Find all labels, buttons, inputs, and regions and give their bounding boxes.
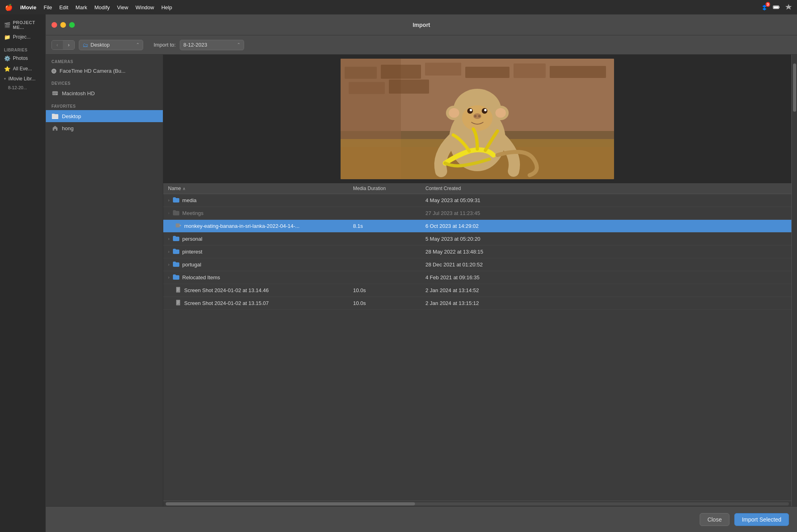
file-menu[interactable]: File bbox=[43, 4, 52, 10]
photos-label: Photos bbox=[13, 55, 28, 61]
file-duration-cell: 10.0s bbox=[348, 287, 421, 293]
file-name-label: Relocated Items bbox=[182, 274, 220, 280]
project-file-icon: 📁 bbox=[4, 34, 10, 40]
file-name-label: media bbox=[182, 197, 196, 203]
table-row[interactable]: › personal 5 May 2023 at 05:20:20 bbox=[163, 233, 791, 246]
mark-menu[interactable]: Mark bbox=[76, 4, 87, 10]
extension-icon[interactable] bbox=[785, 4, 792, 11]
dropbox-icon[interactable]: 3 bbox=[761, 4, 768, 11]
name-column-header[interactable]: Name ∧ bbox=[163, 186, 348, 191]
location-dropdown[interactable]: 🗂 Desktop ⌃ bbox=[79, 40, 143, 50]
content-area: CAMERAS FaceTime HD Camera (Bu... DEVICE… bbox=[46, 55, 797, 506]
file-type-icon bbox=[173, 248, 180, 256]
svg-rect-14 bbox=[345, 67, 377, 79]
home-icon bbox=[51, 125, 59, 132]
svg-rect-46 bbox=[177, 302, 179, 303]
table-row[interactable]: › Relocated Items 4 Feb 2021 at 09:16:35 bbox=[163, 271, 791, 284]
svg-rect-15 bbox=[381, 65, 421, 79]
duration-column-header[interactable]: Media Duration bbox=[348, 186, 421, 191]
file-created-value: 27 Jul 2023 at 11:23:45 bbox=[425, 210, 480, 216]
projects-label: PROJECT ME... bbox=[13, 20, 41, 30]
file-created-value: 2 Jan 2024 at 13:15:12 bbox=[425, 300, 479, 306]
table-row[interactable]: Screen Shot 2024-01-02 at 13.14.46 10.0s… bbox=[163, 284, 791, 297]
table-row[interactable]: monkey-eating-banana-in-sri-lanka-2022-0… bbox=[163, 220, 791, 233]
h-scroll-thumb[interactable] bbox=[166, 502, 415, 505]
table-row[interactable]: › media 4 May 2023 at 05:09:31 bbox=[163, 194, 791, 207]
import-to-chevron-icon: ⌃ bbox=[237, 42, 240, 47]
file-name-cell: Screen Shot 2024-01-02 at 13.15.07 bbox=[163, 299, 348, 307]
menubar: 🍎 iMovie File Edit Mark Modify View Wind… bbox=[0, 0, 797, 14]
imovie-menu[interactable]: iMovie bbox=[20, 4, 36, 10]
v-scroll-thumb[interactable] bbox=[793, 63, 796, 112]
file-name-cell: › media bbox=[163, 196, 348, 204]
desktop-favorite-item[interactable]: Desktop bbox=[46, 110, 163, 122]
apple-menu[interactable]: 🍎 bbox=[5, 4, 13, 11]
events-icon: ⭐ bbox=[4, 65, 10, 72]
dialog-title: Import bbox=[413, 22, 430, 28]
svg-point-36 bbox=[474, 115, 477, 117]
close-button[interactable]: Close bbox=[700, 513, 729, 526]
table-row[interactable]: › portugal 28 Dec 2021 at 01:20:52 bbox=[163, 258, 791, 271]
hong-favorite-item[interactable]: hong bbox=[46, 122, 163, 134]
close-window-button[interactable] bbox=[51, 22, 57, 28]
svg-rect-6 bbox=[52, 93, 58, 94]
sidebar-all-events[interactable]: ⭐ All Eve... bbox=[0, 63, 45, 74]
forward-button[interactable]: › bbox=[63, 41, 74, 49]
sort-arrow-icon: ∧ bbox=[183, 186, 185, 191]
created-column-header[interactable]: Content Created bbox=[421, 186, 791, 191]
table-row[interactable]: › pinterest 28 May 2022 at 13:48:15 bbox=[163, 246, 791, 258]
hard-drive-icon bbox=[51, 90, 59, 97]
table-row[interactable]: › Meetings 27 Jul 2023 at 11:23:45 bbox=[163, 207, 791, 220]
preview-image bbox=[341, 59, 614, 179]
svg-point-7 bbox=[56, 94, 57, 95]
vertical-scrollbar[interactable] bbox=[791, 55, 797, 506]
modify-menu[interactable]: Modify bbox=[94, 4, 110, 10]
file-name-label: pinterest bbox=[182, 249, 202, 255]
file-created-cell: 27 Jul 2023 at 11:23:45 bbox=[421, 210, 791, 216]
help-menu[interactable]: Help bbox=[161, 4, 172, 10]
file-created-cell: 4 May 2023 at 05:09:31 bbox=[421, 197, 791, 203]
h-scroll-track[interactable] bbox=[166, 502, 789, 505]
sidebar-photos[interactable]: ⚙️ Photos bbox=[0, 53, 45, 63]
location-label: Desktop bbox=[90, 42, 134, 48]
window-menu[interactable]: Window bbox=[136, 4, 154, 10]
file-created-value: 6 Oct 2023 at 14:29:02 bbox=[425, 223, 479, 229]
macintosh-hd-item[interactable]: Macintosh HD bbox=[46, 87, 163, 99]
row-expand-icon: › bbox=[168, 198, 169, 203]
file-type-icon bbox=[175, 286, 182, 294]
back-button[interactable]: ‹ bbox=[52, 41, 63, 49]
cameras-section-header: CAMERAS bbox=[46, 55, 163, 65]
file-type-icon bbox=[173, 261, 180, 268]
minimize-window-button[interactable] bbox=[60, 22, 66, 28]
svg-rect-3 bbox=[779, 7, 780, 8]
file-name-label: Screen Shot 2024-01-02 at 13.14.46 bbox=[184, 287, 269, 293]
file-type-icon bbox=[173, 209, 180, 217]
import-to-value: 8-12-2023 bbox=[183, 42, 234, 48]
maximize-window-button[interactable] bbox=[69, 22, 75, 28]
file-created-value: 28 Dec 2021 at 01:20:52 bbox=[425, 262, 483, 268]
file-type-icon bbox=[175, 222, 182, 230]
sidebar-project-item[interactable]: 📁 Projec... bbox=[0, 32, 45, 42]
facetime-camera-item[interactable]: FaceTime HD Camera (Bu... bbox=[46, 65, 163, 76]
table-row[interactable]: Screen Shot 2024-01-02 at 13.15.07 10.0s… bbox=[163, 297, 791, 310]
date-folder-label: 8-12-20... bbox=[8, 85, 27, 90]
sidebar-imovie-lib[interactable]: ▾ iMovie Libr... bbox=[0, 74, 45, 84]
svg-rect-20 bbox=[349, 82, 385, 94]
svg-marker-39 bbox=[180, 225, 181, 226]
file-type-icon bbox=[173, 235, 180, 243]
file-name-label: Screen Shot 2024-01-02 at 13.15.07 bbox=[184, 300, 269, 306]
view-menu[interactable]: View bbox=[117, 4, 128, 10]
battery-icon[interactable] bbox=[773, 4, 780, 11]
sidebar-date-folder[interactable]: 8-12-20... bbox=[0, 84, 45, 92]
import-selected-button[interactable]: Import Selected bbox=[734, 513, 789, 526]
macintosh-hd-label: Macintosh HD bbox=[62, 90, 95, 96]
file-created-cell: 2 Jan 2024 at 13:15:12 bbox=[421, 300, 791, 306]
import-to-dropdown[interactable]: 8-12-2023 ⌃ bbox=[180, 40, 244, 50]
file-created-value: 4 Feb 2021 at 09:16:35 bbox=[425, 274, 479, 280]
name-header-label: Name bbox=[168, 186, 181, 191]
edit-menu[interactable]: Edit bbox=[59, 4, 68, 10]
svg-rect-42 bbox=[177, 289, 179, 290]
file-created-value: 2 Jan 2024 at 13:14:52 bbox=[425, 287, 479, 293]
svg-rect-45 bbox=[177, 301, 179, 301]
horizontal-scrollbar[interactable] bbox=[163, 501, 791, 506]
